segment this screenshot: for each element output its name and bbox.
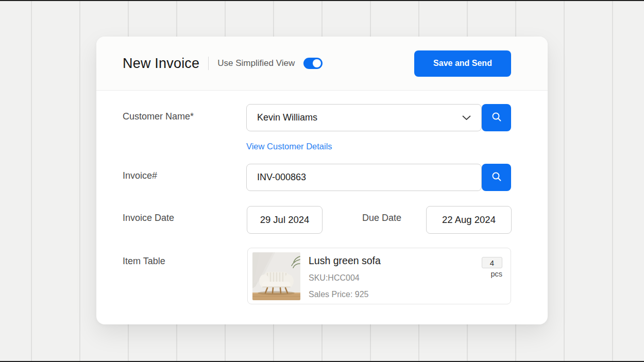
item-sku: SKU:HCC004 xyxy=(309,273,360,283)
customer-name-label: Customer Name* xyxy=(123,110,194,123)
page-top-edge xyxy=(0,0,644,1)
view-customer-details-link[interactable]: View Customer Details xyxy=(246,142,332,151)
item-quantity-input[interactable]: 4 xyxy=(482,257,502,268)
invoice-number-input[interactable]: INV-000863 xyxy=(246,164,482,191)
toggle-knob xyxy=(313,59,321,67)
invoice-date-label: Invoice Date xyxy=(123,212,174,224)
invoice-number-label: Invoice# xyxy=(123,169,157,182)
invoice-search-button[interactable] xyxy=(482,164,511,191)
item-quantity-unit: pcs xyxy=(490,270,502,278)
new-invoice-card: New Invoice Use Simplified View Save and… xyxy=(96,37,548,324)
item-image-sofa xyxy=(252,252,300,300)
invoice-date-input[interactable]: 29 Jul 2024 xyxy=(247,206,323,234)
customer-search-button[interactable] xyxy=(482,104,511,131)
item-price: Sales Price: 925 xyxy=(309,290,369,299)
save-and-send-button[interactable]: Save and Send xyxy=(414,50,511,77)
due-date-input[interactable]: 22 Aug 2024 xyxy=(426,206,512,234)
search-icon xyxy=(491,111,502,124)
simplified-view-label: Use Simplified View xyxy=(217,58,295,68)
due-date-label: Due Date xyxy=(362,212,401,224)
item-table-label: Item Table xyxy=(123,255,165,267)
customer-name-select[interactable]: Kevin Williams xyxy=(246,104,482,131)
header-divider xyxy=(208,57,209,70)
chevron-down-icon xyxy=(462,115,471,120)
item-name: Lush green sofa xyxy=(309,255,381,267)
simplified-view-toggle[interactable] xyxy=(303,58,323,69)
card-body: Customer Name* Kevin Williams View Custo… xyxy=(96,91,548,324)
search-icon xyxy=(491,171,502,184)
card-header: New Invoice Use Simplified View Save and… xyxy=(96,37,548,91)
invoice-number-value: INV-000863 xyxy=(257,172,306,183)
page-title: New Invoice xyxy=(123,56,199,72)
item-row[interactable]: Lush green sofa SKU:HCC004 Sales Price: … xyxy=(247,248,511,304)
customer-name-value: Kevin Williams xyxy=(257,112,317,123)
